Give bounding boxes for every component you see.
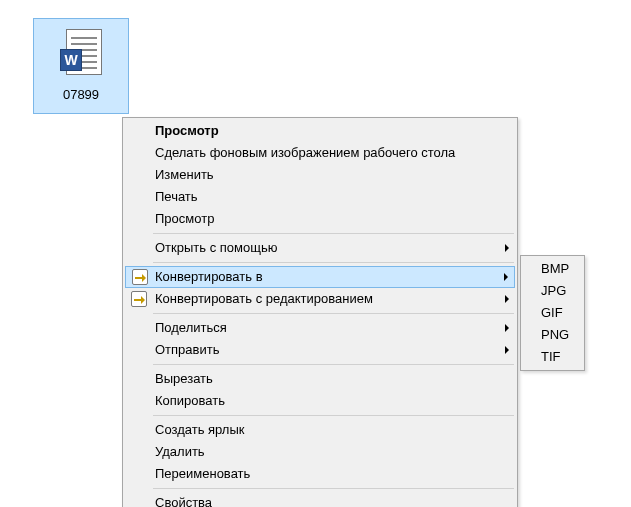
submenu-arrow-icon [505, 346, 509, 354]
menu-item[interactable]: Изменить [125, 164, 515, 186]
submenu-arrow-icon [504, 273, 508, 281]
menu-item-label: Отправить [155, 342, 219, 357]
menu-item[interactable]: Удалить [125, 441, 515, 463]
menu-item[interactable]: Конвертировать в [125, 266, 515, 288]
menu-separator [153, 488, 514, 489]
word-document-icon: W [60, 29, 102, 81]
convert-icon [131, 291, 147, 307]
menu-item[interactable]: Переименовать [125, 463, 515, 485]
submenu-item-label: PNG [541, 327, 569, 342]
submenu-arrow-icon [505, 295, 509, 303]
menu-item[interactable]: Просмотр [125, 208, 515, 230]
menu-item-label: Сделать фоновым изображением рабочего ст… [155, 145, 455, 160]
menu-item-label: Изменить [155, 167, 214, 182]
menu-item-label: Печать [155, 189, 198, 204]
submenu-item-label: TIF [541, 349, 561, 364]
menu-item[interactable]: Отправить [125, 339, 515, 361]
file-name-label: 07899 [63, 87, 99, 102]
menu-item-label: Свойства [155, 495, 212, 507]
submenu-item[interactable]: JPG [523, 280, 582, 302]
menu-separator [153, 262, 514, 263]
context-menu: ПросмотрСделать фоновым изображением раб… [122, 117, 518, 507]
menu-item[interactable]: Свойства [125, 492, 515, 507]
menu-item-label: Удалить [155, 444, 205, 459]
menu-item[interactable]: Вырезать [125, 368, 515, 390]
menu-item-label: Копировать [155, 393, 225, 408]
submenu-item[interactable]: GIF [523, 302, 582, 324]
submenu-item-label: BMP [541, 261, 569, 276]
menu-item-label: Конвертировать в [155, 269, 263, 284]
submenu-item[interactable]: PNG [523, 324, 582, 346]
submenu-item[interactable]: TIF [523, 346, 582, 368]
menu-item-label: Просмотр [155, 211, 214, 226]
menu-item-label: Создать ярлык [155, 422, 244, 437]
menu-item[interactable]: Просмотр [125, 120, 515, 142]
menu-separator [153, 313, 514, 314]
convert-icon [132, 269, 148, 285]
menu-separator [153, 415, 514, 416]
menu-item[interactable]: Сделать фоновым изображением рабочего ст… [125, 142, 515, 164]
menu-item-label: Поделиться [155, 320, 227, 335]
menu-item[interactable]: Создать ярлык [125, 419, 515, 441]
menu-separator [153, 233, 514, 234]
file-icon[interactable]: W 07899 [33, 18, 129, 114]
submenu-item[interactable]: BMP [523, 258, 582, 280]
submenu-item-label: JPG [541, 283, 566, 298]
submenu-item-label: GIF [541, 305, 563, 320]
menu-item-label: Вырезать [155, 371, 213, 386]
convert-submenu: BMPJPGGIFPNGTIF [520, 255, 585, 371]
menu-item[interactable]: Печать [125, 186, 515, 208]
submenu-arrow-icon [505, 244, 509, 252]
menu-item[interactable]: Открыть с помощью [125, 237, 515, 259]
submenu-arrow-icon [505, 324, 509, 332]
menu-item-label: Переименовать [155, 466, 250, 481]
menu-item[interactable]: Копировать [125, 390, 515, 412]
menu-item[interactable]: Поделиться [125, 317, 515, 339]
menu-item[interactable]: Конвертировать с редактированием [125, 288, 515, 310]
menu-item-label: Открыть с помощью [155, 240, 277, 255]
menu-item-label: Конвертировать с редактированием [155, 291, 373, 306]
menu-separator [153, 364, 514, 365]
menu-item-label: Просмотр [155, 123, 219, 138]
